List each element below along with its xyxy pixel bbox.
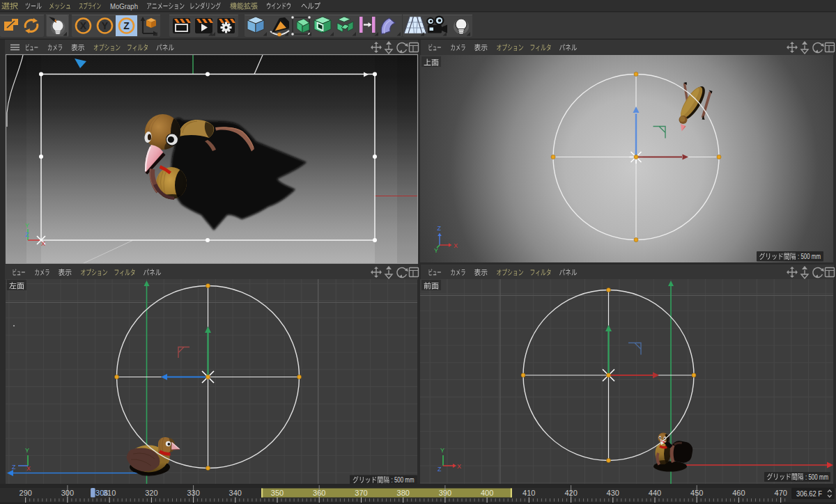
svg-text:Z: Z	[438, 225, 442, 232]
svg-text:Y: Y	[25, 447, 29, 454]
svg-text:X: X	[457, 463, 461, 470]
svg-text:X: X	[26, 465, 31, 472]
svg-text:410: 410	[522, 489, 535, 497]
svg-text:X: X	[80, 20, 87, 31]
svg-text:470: 470	[775, 489, 787, 497]
svg-text:340: 340	[229, 489, 242, 497]
svg-text:420: 420	[564, 489, 577, 497]
svg-text:440: 440	[649, 489, 661, 497]
svg-text:Z: Z	[25, 231, 29, 238]
svg-text:430: 430	[607, 489, 619, 497]
svg-text:Y: Y	[440, 447, 444, 454]
svg-text:Y: Y	[25, 222, 29, 229]
svg-text:290: 290	[20, 489, 32, 497]
svg-text:Y: Y	[102, 20, 109, 31]
svg-text:400: 400	[481, 489, 493, 497]
svg-text:: 500 mm: : 500 mm	[392, 475, 415, 484]
svg-text:X: X	[454, 242, 458, 249]
svg-text:360: 360	[313, 489, 325, 497]
svg-text:300: 300	[61, 489, 74, 497]
svg-text:MoGraph: MoGraph	[110, 2, 138, 10]
svg-text:Z: Z	[12, 464, 16, 471]
svg-text:460: 460	[732, 489, 745, 497]
svg-text:306.62 F: 306.62 F	[796, 489, 822, 498]
svg-text:306: 306	[95, 489, 108, 497]
svg-text:350: 350	[271, 489, 284, 497]
svg-text:390: 390	[439, 489, 451, 497]
svg-text:Y: Y	[434, 247, 438, 254]
svg-text:320: 320	[145, 489, 157, 497]
svg-text:Z: Z	[123, 20, 130, 31]
svg-text:380: 380	[397, 489, 410, 497]
svg-text:: 500 mm: : 500 mm	[805, 473, 828, 481]
svg-text:: 500 mm: : 500 mm	[798, 252, 821, 260]
svg-text:450: 450	[690, 489, 703, 497]
svg-text:Z: Z	[438, 466, 442, 473]
svg-text:330: 330	[187, 489, 199, 497]
svg-text:X: X	[41, 240, 45, 247]
svg-text:370: 370	[355, 489, 367, 497]
